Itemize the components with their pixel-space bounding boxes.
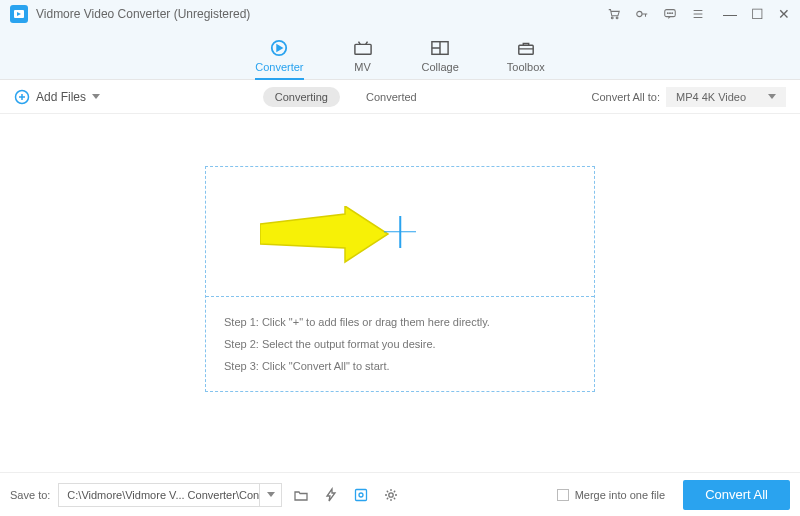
svg-point-17 xyxy=(359,493,363,497)
merge-checkbox[interactable]: Merge into one file xyxy=(557,489,666,501)
settings-button[interactable] xyxy=(380,484,402,506)
bottom-bar: Save to: C:\Vidmore\Vidmore V... Convert… xyxy=(0,472,800,516)
output-format-value: MP4 4K Video xyxy=(676,91,746,103)
svg-point-6 xyxy=(667,13,668,14)
output-format-select[interactable]: MP4 4K Video xyxy=(666,87,786,107)
svg-rect-16 xyxy=(356,489,367,500)
app-logo xyxy=(10,5,28,23)
tab-converter[interactable]: Converter xyxy=(255,39,303,79)
step-1-text: Step 1: Click "+" to add files or drag t… xyxy=(224,311,576,333)
close-button[interactable]: ✕ xyxy=(778,7,790,21)
chevron-down-icon xyxy=(768,94,776,99)
feedback-icon[interactable] xyxy=(663,7,677,21)
high-speed-button[interactable] xyxy=(350,484,372,506)
save-to-label: Save to: xyxy=(10,489,50,501)
svg-rect-11 xyxy=(354,44,370,54)
svg-point-8 xyxy=(672,13,673,14)
tab-converted[interactable]: Converted xyxy=(354,87,429,107)
convert-all-button[interactable]: Convert All xyxy=(683,480,790,510)
step-2-text: Step 2: Select the output format you des… xyxy=(224,333,576,355)
tab-converting[interactable]: Converting xyxy=(263,87,340,107)
main-area: Step 1: Click "+" to add files or drag t… xyxy=(0,114,800,444)
open-folder-button[interactable] xyxy=(290,484,312,506)
minimize-button[interactable]: — xyxy=(723,7,737,21)
merge-label: Merge into one file xyxy=(575,489,666,501)
svg-marker-10 xyxy=(278,45,283,50)
key-icon[interactable] xyxy=(635,7,649,21)
tab-toolbox[interactable]: Toolbox xyxy=(507,39,545,79)
instructions: Step 1: Click "+" to add files or drag t… xyxy=(206,297,594,391)
step-3-text: Step 3: Click "Convert All" to start. xyxy=(224,355,576,377)
svg-point-7 xyxy=(670,13,671,14)
sub-toolbar: Add Files Converting Converted Convert A… xyxy=(0,80,800,114)
tab-toolbox-label: Toolbox xyxy=(507,61,545,73)
menu-icon[interactable] xyxy=(691,7,705,21)
checkbox-icon xyxy=(557,489,569,501)
main-tabs: Converter MV Collage Toolbox xyxy=(0,28,800,80)
add-files-button[interactable]: Add Files xyxy=(14,89,100,105)
plus-icon xyxy=(384,216,416,248)
title-bar: Vidmore Video Converter (Unregistered) —… xyxy=(0,0,800,28)
chevron-down-icon xyxy=(92,94,100,99)
maximize-button[interactable]: ☐ xyxy=(751,7,764,21)
add-files-label: Add Files xyxy=(36,90,86,104)
svg-point-2 xyxy=(611,17,613,19)
pointer-arrow-annotation xyxy=(260,206,390,266)
svg-point-4 xyxy=(637,11,642,16)
svg-marker-15 xyxy=(260,206,388,262)
svg-point-3 xyxy=(616,17,618,19)
tab-collage-label: Collage xyxy=(422,61,459,73)
save-path-select[interactable]: C:\Vidmore\Vidmore V... Converter\Conver… xyxy=(58,483,282,507)
hardware-accel-button[interactable] xyxy=(320,484,342,506)
save-path-value: C:\Vidmore\Vidmore V... Converter\Conver… xyxy=(59,489,259,501)
tab-collage[interactable]: Collage xyxy=(422,39,459,79)
tab-mv[interactable]: MV xyxy=(352,39,374,79)
tab-mv-label: MV xyxy=(354,61,371,73)
window-title: Vidmore Video Converter (Unregistered) xyxy=(36,7,607,21)
cart-icon[interactable] xyxy=(607,7,621,21)
tab-converter-label: Converter xyxy=(255,61,303,73)
svg-rect-13 xyxy=(519,45,533,54)
convert-all-to-label: Convert All to: xyxy=(592,91,660,103)
chevron-down-icon xyxy=(259,484,281,506)
svg-point-18 xyxy=(389,492,393,496)
drop-zone: Step 1: Click "+" to add files or drag t… xyxy=(205,166,595,392)
